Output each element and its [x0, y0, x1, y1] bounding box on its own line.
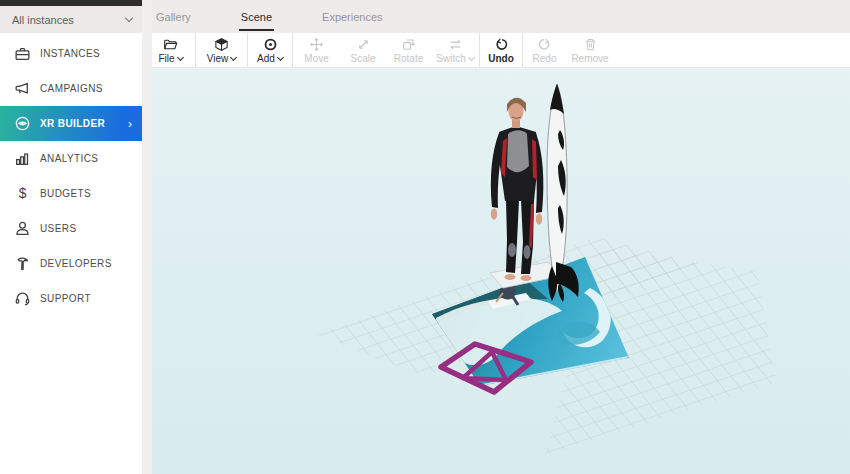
briefcase-icon [14, 45, 31, 62]
sidebar-item-label: ANALYTICS [40, 153, 142, 164]
undo-button-label: Undo [488, 53, 514, 64]
dollar-icon: $ [14, 185, 31, 202]
sidebar-item-instances[interactable]: INSTANCES [0, 36, 142, 71]
chevron-down-icon [177, 53, 184, 60]
xr-builder-icon [14, 115, 31, 132]
undo-icon [494, 37, 509, 52]
scale-icon [356, 37, 371, 52]
chevron-right-icon: › [128, 118, 132, 130]
remove-button-label: Remove [571, 53, 608, 64]
sidebar-item-label: USERS [40, 223, 142, 234]
tab-bar: Gallery Scene Experiences [142, 0, 850, 33]
scene-viewport[interactable] [152, 68, 850, 474]
view-button[interactable]: View [196, 33, 248, 67]
sidebar-item-label: DEVELOPERS [40, 258, 142, 269]
megaphone-icon [14, 80, 31, 97]
redo-button[interactable]: Redo [523, 33, 566, 67]
folder-icon [163, 37, 178, 52]
file-button[interactable]: File [146, 33, 196, 67]
sidebar-item-label: XR BUILDER [40, 118, 128, 129]
sidebar-item-users[interactable]: USERS [0, 211, 142, 246]
tab-gallery[interactable]: Gallery [154, 2, 193, 31]
add-button[interactable]: Add [248, 33, 293, 67]
switch-icon [448, 37, 463, 52]
sidebar-item-xr-builder[interactable]: XR BUILDER › [0, 106, 142, 141]
remove-button[interactable]: Remove [566, 33, 614, 67]
headset-icon [14, 290, 31, 307]
sidebar-item-analytics[interactable]: ANALYTICS [0, 141, 142, 176]
rotate-button[interactable]: Rotate [386, 33, 431, 67]
sidebar-gutter [142, 0, 152, 474]
switch-button[interactable]: Switch [431, 33, 480, 67]
redo-button-label: Redo [533, 53, 557, 64]
tab-experiences[interactable]: Experiences [320, 2, 385, 31]
view-button-label: View [207, 53, 229, 64]
file-button-label: File [158, 53, 174, 64]
chevron-down-icon [277, 53, 284, 60]
sidebar-item-campaigns[interactable]: CAMPAIGNS [0, 71, 142, 106]
hammer-icon [14, 255, 31, 272]
scene-3d-render [152, 68, 850, 474]
surfer-character[interactable] [491, 98, 544, 281]
switch-button-label: Switch [436, 53, 465, 64]
move-button[interactable]: Move [293, 33, 340, 67]
svg-text:$: $ [19, 185, 27, 201]
sidebar-item-label: SUPPORT [40, 293, 142, 304]
add-button-label: Add [257, 53, 275, 64]
chevron-down-icon [230, 53, 237, 60]
move-button-label: Move [304, 53, 328, 64]
scale-button[interactable]: Scale [340, 33, 386, 67]
xr-builder-app: All instances INSTANCES [0, 0, 850, 474]
sidebar-item-support[interactable]: SUPPORT [0, 281, 142, 316]
trash-icon [583, 37, 598, 52]
sidebar-item-developers[interactable]: DEVELOPERS [0, 246, 142, 281]
sidebar-nav: INSTANCES CAMPAIGNS [0, 36, 142, 316]
chevron-down-icon [125, 14, 133, 22]
sidebar-item-budgets[interactable]: $ BUDGETS [0, 176, 142, 211]
sidebar-item-label: BUDGETS [40, 188, 142, 199]
undo-button[interactable]: Undo [480, 33, 523, 67]
chevron-down-icon [468, 53, 475, 60]
cube-icon [214, 37, 229, 52]
sidebar-item-label: INSTANCES [40, 48, 142, 59]
scale-button-label: Scale [350, 53, 375, 64]
redo-icon [537, 37, 552, 52]
instance-selector-dropdown[interactable]: All instances [0, 6, 142, 33]
sidebar-item-label: CAMPAIGNS [40, 83, 142, 94]
sidebar: All instances INSTANCES [0, 0, 142, 474]
scene-toolbar: File View Add [142, 33, 850, 68]
rotate-button-label: Rotate [394, 53, 423, 64]
move-icon [309, 37, 324, 52]
user-icon [14, 220, 31, 237]
main-area: Gallery Scene Experiences File [142, 0, 850, 474]
bar-chart-icon [14, 150, 31, 167]
add-circle-icon [263, 37, 278, 52]
tab-scene[interactable]: Scene [239, 2, 274, 31]
rotate-icon [401, 37, 416, 52]
instance-selector-label: All instances [12, 14, 126, 26]
